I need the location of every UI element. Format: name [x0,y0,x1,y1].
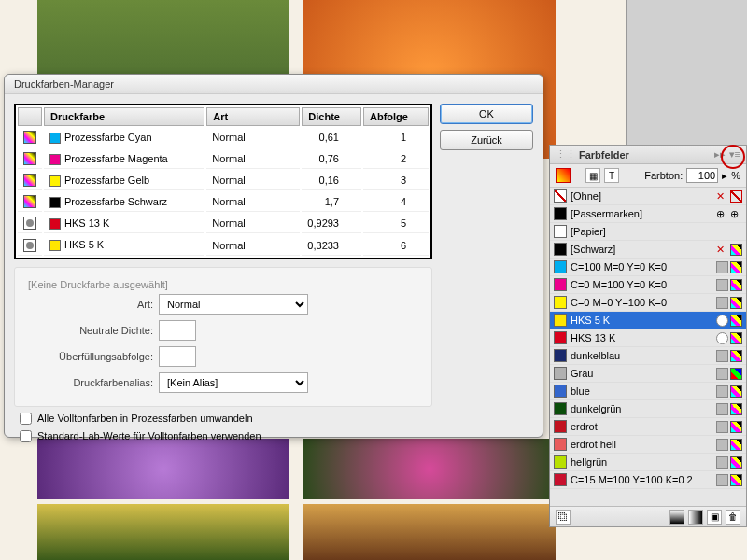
no-selection-label: [Keine Druckfarbe ausgewählt] [22,275,424,294]
swatch-row[interactable]: erdrot hell [550,436,746,454]
swatch-name: C=15 M=100 Y=100 K=0 2 [571,474,712,485]
grad1-icon[interactable] [669,510,684,525]
ink-row[interactable]: HKS 5 K Normal0,32336 [18,235,429,255]
swatch-row[interactable]: dunkelgrün [550,400,746,418]
ink-row[interactable]: HKS 13 K Normal0,92935 [18,214,429,233]
show-all-icon[interactable]: ▦ [585,168,600,183]
art-select[interactable]: Normal [159,294,308,315]
swatch-list[interactable]: [Ohne]✕[Passermarken]⊕⊕[Papier][Schwarz]… [550,188,746,499]
swatch-chip [554,225,567,238]
swatch-row[interactable]: blue [550,383,746,400]
swatch-chip [554,207,567,220]
swatch-row[interactable]: C=0 M=100 Y=0 K=0 [550,276,746,294]
none-icon [730,190,742,203]
swatch-row[interactable]: [Ohne]✕ [550,188,746,205]
col-name[interactable]: Druckfarbe [44,107,204,126]
dialog-title: Druckfarben-Manager [5,75,543,94]
chk-convert-spot[interactable] [20,413,32,425]
swatch-row[interactable]: hellgrün [550,454,746,471]
col-dichte[interactable]: Dichte [302,107,361,126]
process-ink-icon [23,131,36,144]
panel-menu-icon[interactable]: ▾≡ [729,148,740,161]
cmyk-icon [730,474,742,486]
global-icon [716,350,728,362]
swatch-row[interactable]: [Passermarken]⊕⊕ [550,205,746,223]
swatch-row[interactable]: Grau [550,365,746,383]
new-swatch-icon[interactable]: ▣ [707,510,722,525]
swatch-name: hellgrün [571,456,712,468]
swatch-chip [554,420,567,433]
right-gray-strip [626,0,747,145]
cmyk-icon [730,385,742,398]
swatch-row[interactable]: erdrot [550,418,746,436]
fg-bg-swatch-icon[interactable] [556,168,571,183]
global-icon [716,474,728,486]
ink-row[interactable]: Prozessfarbe Schwarz Normal1,74 [18,192,429,212]
swatch-row[interactable]: C=0 M=0 Y=100 K=0 [550,294,746,312]
process-ink-icon [23,152,36,165]
new-group-icon[interactable]: ⿻ [556,510,571,525]
swatch-name: erdrot [571,421,712,432]
abfolge-input[interactable] [159,346,196,367]
thumbnails-bot [37,504,556,560]
global-icon [716,261,728,273]
swatch-row[interactable]: [Schwarz]✕ [550,241,746,259]
swatch-chip [554,314,567,327]
swatch-chip [554,260,567,273]
abfolge-label: Überfüllungsabfolge: [22,351,153,362]
trash-icon[interactable]: 🗑 [726,510,740,525]
ink-manager-dialog: Druckfarben-Manager Druckfarbe Art Dicht… [4,74,543,438]
spot-ink-icon [23,217,36,230]
registration-icon: ⊕ [730,208,742,220]
cmyk-icon [730,332,742,344]
ink-row[interactable]: Prozessfarbe Gelb Normal0,163 [18,171,429,190]
alias-select[interactable]: [Kein Alias] [159,372,308,393]
swatch-row[interactable]: HKS 5 K [550,312,746,329]
chk-convert-spot-label: Alle Volltonfarben in Prozessfarben umwa… [37,413,253,424]
ink-swatch [49,175,61,187]
swatch-row[interactable]: C=15 M=100 Y=100 K=0 2 [550,471,746,489]
swatch-name: dunkelblau [571,350,712,361]
chk-lab-values[interactable] [20,430,32,442]
swatch-chip [554,385,567,398]
swatch-name: HKS 13 K [571,332,712,343]
chk-lab-values-label: Standard-Lab-Werte für Volltonfarben ver… [37,430,261,441]
swatch-row[interactable]: HKS 13 K [550,329,746,347]
swatch-name: [Passermarken] [571,208,712,219]
text-swatch-icon[interactable]: T [604,168,619,183]
cmyk-icon [730,279,742,291]
ink-form: [Keine Druckfarbe ausgewählt] Art: Norma… [14,267,432,407]
panel-title: Farbfelder [579,149,629,161]
global-icon [716,385,728,398]
ink-table[interactable]: Druckfarbe Art Dichte Abfolge Prozessfar… [14,104,432,259]
swatch-chip [554,438,567,451]
col-icon[interactable] [18,107,42,126]
panel-collapse-icon[interactable]: ▸▸ [714,148,726,161]
cmyk-icon [730,297,742,309]
cmyk-icon [730,315,742,327]
cancel-button[interactable]: Zurück [440,130,533,150]
dichte-input[interactable] [159,320,196,341]
swatch-chip [554,296,567,309]
spot-icon [716,332,728,344]
ink-swatch [49,154,61,165]
farbton-input[interactable] [686,168,718,183]
swatch-row[interactable]: [Papier] [550,223,746,241]
ink-row[interactable]: Prozessfarbe Cyan Normal0,611 [18,128,429,147]
swatch-row[interactable]: dunkelblau [550,347,746,365]
global-icon [716,439,728,451]
col-art[interactable]: Art [206,107,300,126]
swatch-row[interactable]: C=100 M=0 Y=0 K=0 [550,259,746,276]
cmyk-icon [730,421,742,433]
cmyk-icon [730,439,742,451]
art-label: Art: [22,299,153,310]
global-icon [716,421,728,433]
swatch-chip [554,455,567,469]
farbton-slider-icon[interactable]: ▸ [722,170,727,182]
lock-icon: ✕ [716,244,728,256]
swatch-name: HKS 5 K [571,315,712,326]
grad2-icon[interactable] [688,510,703,525]
ok-button[interactable]: OK [440,104,533,124]
ink-row[interactable]: Prozessfarbe Magenta Normal0,762 [18,149,429,169]
col-abfolge[interactable]: Abfolge [363,107,429,126]
